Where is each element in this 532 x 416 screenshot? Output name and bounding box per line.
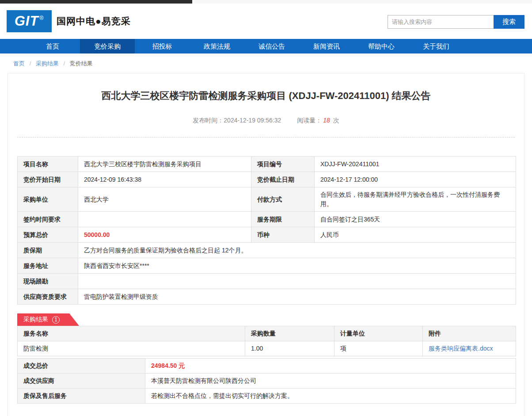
search-input[interactable]: [388, 15, 494, 29]
info-label: 预算总价: [18, 227, 78, 243]
info-value: XDJJ-FW-202411001: [315, 156, 516, 172]
breadcrumb: 首页 / 采购结果 / 竞价结果: [0, 53, 532, 73]
main-nav: 首页 竞价采购 招投标 政策法规 诚信公告 新闻资讯 帮助中心 关于我们: [0, 39, 532, 53]
breadcrumb-current-page: 竞价结果: [70, 60, 93, 67]
table-row: 竞价开始日期 2024-12-09 16:43:38 竞价截止日期 2024-1…: [18, 172, 516, 187]
table-row: 成交供应商 本溪普天防雷检测有限公司陕西分公司: [18, 374, 516, 389]
announcement-card: 西北大学三校区楼宇防雷检测服务采购项目 (XDJJ-FW-202411001) …: [8, 73, 524, 416]
column-header-service-name: 服务名称: [18, 326, 245, 341]
breadcrumb-separator: /: [64, 60, 65, 67]
info-label: 服务期限: [251, 212, 315, 227]
info-label: 采购单位: [18, 187, 78, 212]
winning-supplier: 本溪普天防雷检测有限公司陕西分公司: [145, 374, 516, 389]
top-strip-dark-segment: [0, 0, 192, 4]
service-name-cell: 防雷检测: [18, 341, 245, 356]
purchase-result-table: 服务名称 采购数量 计量单位 附件 防雷检测 1.00 项 服务类响应偏离表.d…: [17, 326, 516, 356]
nav-item-tender[interactable]: 招投标: [135, 39, 190, 53]
table-row: 采购单位 西北大学 付款方式 合同生效后，待服务期满并经甲方验收合格后，一次性付…: [18, 187, 516, 212]
info-value: 雷电防护装置检测甲级资质: [78, 289, 516, 305]
info-value: 西北大学: [78, 187, 251, 212]
table-row: 质保期 乙方对合同服务的质量保证期为验收合格后之日起 12个月。: [18, 243, 516, 258]
deal-total-price: 24984.50 元: [145, 359, 516, 374]
search-button[interactable]: 搜索: [494, 15, 524, 29]
info-value: 陕西省西安市长安区****: [78, 258, 516, 274]
budget-total-value: 50000.00: [78, 227, 251, 243]
article-meta: 发布时间：2024-12-19 09:56:32 阅读量：18 次: [17, 117, 515, 125]
info-value: [78, 274, 516, 289]
column-header-quantity: 采购数量: [245, 326, 334, 341]
table-header-row: 服务名称 采购数量 计量单位 附件: [18, 326, 516, 341]
table-row: 服务地址 陕西省西安市长安区****: [18, 258, 516, 274]
deal-summary-table: 成交总价 24984.50 元 成交供应商 本溪普天防雷检测有限公司陕西分公司 …: [17, 358, 516, 404]
result-count-badge: 1: [52, 316, 60, 324]
info-label: 签约时间要求: [18, 212, 78, 227]
attachment-cell: 服务类响应偏离表.docx: [423, 341, 516, 356]
nav-item-bidding-purchase[interactable]: 竞价采购: [80, 39, 135, 53]
logo-text: GIT: [15, 13, 39, 29]
page-title: 西北大学三校区楼宇防雷检测服务采购项目 (XDJJ-FW-202411001) …: [17, 89, 515, 103]
nav-item-integrity-notice[interactable]: 诚信公告: [244, 39, 299, 53]
column-header-attachment: 附件: [423, 326, 516, 341]
info-label: 供应商资质要求: [18, 289, 78, 305]
info-value: 合同生效后，待服务期满并经甲方验收合格后，一次性付清服务费用。: [315, 187, 516, 212]
info-label: 服务地址: [18, 258, 78, 274]
info-label: 竞价截止日期: [251, 172, 315, 187]
info-label: 项目编号: [251, 156, 315, 172]
table-row: 质保及售后服务 若检测出不合格点位，需提出切实可行的解决方案。: [18, 389, 516, 404]
breadcrumb-home-link[interactable]: 首页: [13, 60, 25, 67]
attachment-link[interactable]: 服务类响应偏离表.docx: [429, 345, 493, 352]
breadcrumb-purchase-results-link[interactable]: 采购结果: [36, 60, 59, 67]
table-row: 签约时间要求 服务期限 自合同签订之日365天: [18, 212, 516, 227]
info-value: 西北大学三校区楼宇防雷检测服务采购项目: [78, 156, 251, 172]
info-value: 2024-12-17 12:00:00: [315, 172, 516, 187]
nav-item-policy[interactable]: 政策法规: [190, 39, 244, 53]
project-info-table: 项目名称 西北大学三校区楼宇防雷检测服务采购项目 项目编号 XDJJ-FW-20…: [17, 156, 516, 305]
search-bar: 搜索: [388, 15, 524, 29]
table-row: 现场踏勘: [18, 274, 516, 289]
quantity-cell: 1.00: [245, 341, 334, 356]
view-count-number: 18: [323, 117, 330, 124]
site-logo[interactable]: GIT®: [7, 10, 52, 32]
table-row: 防雷检测 1.00 项 服务类响应偏离表.docx: [18, 341, 516, 356]
warranty-service: 若检测出不合格点位，需提出切实可行的解决方案。: [145, 389, 516, 404]
info-label: 竞价开始日期: [18, 172, 78, 187]
dashed-divider: [17, 137, 515, 137]
info-value: 自合同签订之日365天: [315, 212, 516, 227]
site-header: GIT® 国网中电●易竞采 搜索: [0, 4, 532, 39]
breadcrumb-separator: /: [30, 60, 31, 67]
info-label: 现场踏勘: [18, 274, 78, 289]
summary-label: 成交总价: [18, 359, 145, 374]
nav-item-about-us[interactable]: 关于我们: [409, 39, 464, 53]
ribbon-label: 采购结果: [23, 316, 48, 324]
info-value: [78, 212, 251, 227]
info-value: 乙方对合同服务的质量保证期为验收合格后之日起 12个月。: [78, 243, 516, 258]
site-brand-title: 国网中电●易竞采: [57, 4, 131, 39]
info-label: 质保期: [18, 243, 78, 258]
table-row: 成交总价 24984.50 元: [18, 359, 516, 374]
nav-item-home[interactable]: 首页: [25, 39, 80, 53]
info-label: 项目名称: [18, 156, 78, 172]
info-value: 人民币: [315, 227, 516, 243]
nav-item-help-center[interactable]: 帮助中心: [354, 39, 409, 53]
table-row: 供应商资质要求 雷电防护装置检测甲级资质: [18, 289, 516, 305]
purchase-result-ribbon: 采购结果 1: [17, 313, 79, 326]
view-count: 阅读量：18 次: [297, 117, 339, 124]
table-row: 预算总价 50000.00 币种 人民币: [18, 227, 516, 243]
publish-time: 发布时间：2024-12-19 09:56:32: [193, 117, 281, 124]
column-header-unit: 计量单位: [334, 326, 423, 341]
info-value: 2024-12-09 16:43:38: [78, 172, 251, 187]
info-label: 币种: [251, 227, 315, 243]
info-label: 付款方式: [251, 187, 315, 212]
unit-cell: 项: [334, 341, 423, 356]
summary-label: 成交供应商: [18, 374, 145, 389]
nav-item-news[interactable]: 新闻资讯: [299, 39, 354, 53]
top-strip: [0, 0, 532, 4]
table-row: 项目名称 西北大学三校区楼宇防雷检测服务采购项目 项目编号 XDJJ-FW-20…: [18, 156, 516, 172]
summary-label: 质保及售后服务: [18, 389, 145, 404]
registered-trademark-icon: ®: [39, 15, 44, 21]
